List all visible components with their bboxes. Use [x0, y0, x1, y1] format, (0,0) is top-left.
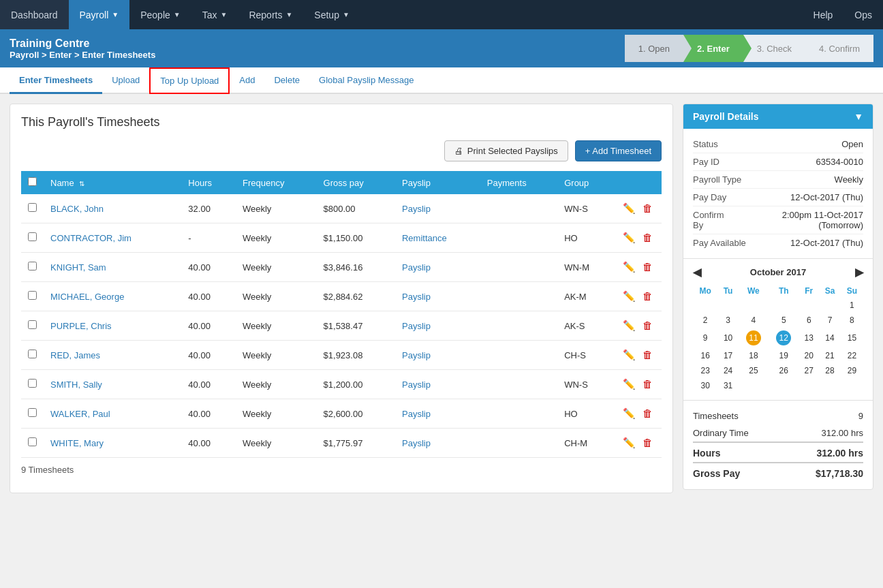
- add-timesheet-button[interactable]: + Add Timesheet: [575, 140, 662, 161]
- nav-reports[interactable]: Reports ▼: [238, 0, 303, 29]
- calendar-day[interactable]: 9: [693, 328, 717, 348]
- row-checkbox-cell[interactable]: [21, 399, 44, 429]
- calendar-day[interactable]: 8: [841, 313, 863, 328]
- employee-link[interactable]: BLACK, John: [50, 204, 104, 214]
- calendar-day[interactable]: 27: [799, 363, 819, 378]
- delete-button[interactable]: 🗑: [640, 347, 655, 362]
- nav-help[interactable]: Help: [803, 0, 844, 29]
- payslip-link[interactable]: Payslip: [402, 380, 431, 390]
- row-checkbox[interactable]: [28, 291, 37, 300]
- chevron-down-icon[interactable]: ▼: [854, 111, 863, 122]
- calendar-day[interactable]: 16: [693, 348, 717, 363]
- employee-link[interactable]: WHITE, Mary: [50, 438, 104, 448]
- nav-payroll[interactable]: Payroll ▼: [69, 0, 130, 29]
- calendar-day[interactable]: 12: [769, 328, 799, 348]
- tab-add[interactable]: Add: [230, 68, 264, 94]
- step-enter[interactable]: 2. Enter: [683, 35, 743, 62]
- step-open[interactable]: 1. Open: [625, 35, 683, 62]
- calendar-day[interactable]: 13: [799, 328, 819, 348]
- tab-global-payslip-message[interactable]: Global Payslip Message: [309, 68, 423, 94]
- calendar-day[interactable]: 1: [841, 298, 863, 313]
- tab-upload[interactable]: Upload: [102, 68, 149, 94]
- calendar-day[interactable]: 3: [717, 313, 738, 328]
- payslip-link[interactable]: Payslip: [402, 262, 431, 273]
- step-check[interactable]: 3. Check: [743, 35, 805, 62]
- row-checkbox[interactable]: [28, 262, 37, 270]
- calendar-day[interactable]: 15: [841, 328, 863, 348]
- calendar-day[interactable]: 21: [819, 348, 841, 363]
- row-checkbox[interactable]: [28, 232, 37, 241]
- row-checkbox-cell[interactable]: [21, 194, 44, 223]
- calendar-day[interactable]: 4: [739, 313, 769, 328]
- row-checkbox-cell[interactable]: [21, 429, 44, 458]
- edit-button[interactable]: ✏️: [621, 405, 638, 422]
- calendar-day[interactable]: 19: [769, 348, 799, 363]
- employee-link[interactable]: PURPLE, Chris: [50, 321, 112, 331]
- calendar-day[interactable]: 28: [819, 363, 841, 378]
- delete-button[interactable]: 🗑: [640, 376, 655, 392]
- calendar-day[interactable]: 24: [717, 363, 738, 378]
- row-checkbox-cell[interactable]: [21, 282, 44, 311]
- tab-enter-timesheets[interactable]: Enter Timesheets: [10, 68, 102, 94]
- delete-button[interactable]: 🗑: [640, 200, 655, 216]
- calendar-day[interactable]: 30: [693, 378, 717, 393]
- calendar-day[interactable]: 7: [819, 313, 841, 328]
- delete-button[interactable]: 🗑: [640, 259, 655, 275]
- edit-button[interactable]: ✏️: [621, 230, 638, 246]
- calendar-day[interactable]: 11: [739, 328, 769, 348]
- row-checkbox[interactable]: [28, 437, 37, 446]
- employee-link[interactable]: KNIGHT, Sam: [50, 262, 106, 273]
- nav-people[interactable]: People ▼: [129, 0, 191, 29]
- edit-button[interactable]: ✏️: [621, 376, 638, 392]
- delete-button[interactable]: 🗑: [640, 230, 655, 245]
- nav-ops[interactable]: Ops: [843, 0, 883, 29]
- delete-button[interactable]: 🗑: [640, 405, 655, 421]
- employee-link[interactable]: WALKER, Paul: [50, 409, 110, 419]
- payslip-link[interactable]: Payslip: [402, 292, 431, 302]
- calendar-day[interactable]: 31: [717, 378, 738, 393]
- calendar-day[interactable]: 26: [769, 363, 799, 378]
- row-checkbox-cell[interactable]: [21, 370, 44, 399]
- edit-button[interactable]: ✏️: [621, 288, 638, 305]
- step-confirm[interactable]: 4. Confirm: [805, 35, 873, 62]
- row-checkbox-cell[interactable]: [21, 253, 44, 282]
- calendar-day[interactable]: 25: [739, 363, 769, 378]
- calendar-day[interactable]: 2: [693, 313, 717, 328]
- nav-tax[interactable]: Tax ▼: [191, 0, 238, 29]
- employee-link[interactable]: SMITH, Sally: [50, 380, 102, 390]
- calendar-day[interactable]: 17: [717, 348, 738, 363]
- print-payslips-button[interactable]: 🖨 Print Selected Payslips: [444, 140, 568, 161]
- calendar-prev-button[interactable]: ◀: [693, 266, 701, 279]
- payslip-link[interactable]: Payslip: [402, 438, 431, 448]
- edit-button[interactable]: ✏️: [621, 200, 638, 217]
- tab-top-up-upload[interactable]: Top Up Upload: [149, 67, 230, 94]
- row-checkbox[interactable]: [28, 203, 37, 212]
- select-all-checkbox[interactable]: [28, 177, 37, 186]
- row-checkbox[interactable]: [28, 408, 37, 417]
- calendar-day[interactable]: 20: [799, 348, 819, 363]
- employee-link[interactable]: CONTRACTOR, Jim: [50, 233, 131, 243]
- calendar-day[interactable]: 10: [717, 328, 738, 348]
- calendar-next-button[interactable]: ▶: [855, 266, 863, 279]
- calendar-day[interactable]: 22: [841, 348, 863, 363]
- delete-button[interactable]: 🗑: [640, 288, 655, 304]
- edit-button[interactable]: ✏️: [621, 318, 638, 334]
- calendar-day[interactable]: 5: [769, 313, 799, 328]
- row-checkbox[interactable]: [28, 320, 37, 329]
- nav-dashboard[interactable]: Dashboard: [0, 0, 69, 29]
- select-all-header[interactable]: [21, 171, 44, 194]
- payslip-link[interactable]: Payslip: [402, 204, 431, 214]
- employee-link[interactable]: RED, James: [50, 350, 100, 360]
- calendar-day[interactable]: 23: [693, 363, 717, 378]
- delete-button[interactable]: 🗑: [640, 435, 655, 450]
- row-checkbox[interactable]: [28, 350, 37, 358]
- payslip-link[interactable]: Payslip: [402, 321, 431, 331]
- row-checkbox-cell[interactable]: [21, 311, 44, 341]
- payslip-link[interactable]: Remittance: [402, 233, 447, 243]
- payslip-link[interactable]: Payslip: [402, 350, 431, 360]
- tab-delete[interactable]: Delete: [264, 68, 309, 94]
- edit-button[interactable]: ✏️: [621, 435, 638, 451]
- calendar-day[interactable]: 14: [819, 328, 841, 348]
- delete-button[interactable]: 🗑: [640, 318, 655, 333]
- edit-button[interactable]: ✏️: [621, 347, 638, 363]
